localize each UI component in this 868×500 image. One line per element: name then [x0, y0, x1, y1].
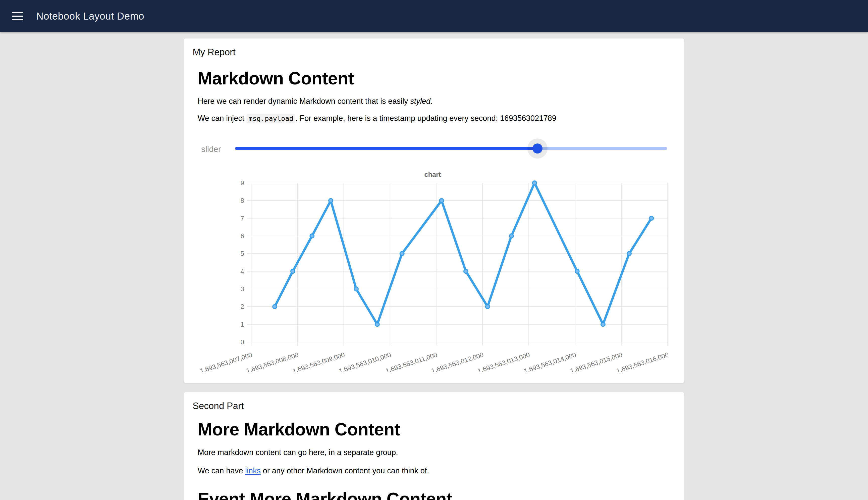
- group-label-second-part: Second Part: [193, 401, 244, 411]
- svg-text:1,693,563,012,000: 1,693,563,012,000: [430, 351, 485, 372]
- second-part-card: Second Part More Markdown Content More m…: [183, 392, 685, 500]
- svg-text:1,693,563,013,000: 1,693,563,013,000: [477, 351, 531, 372]
- second-paragraph-2-pre: We can have: [198, 466, 245, 475]
- app-bar: Notebook Layout Demo: [0, 0, 868, 32]
- svg-text:1,693,563,015,000: 1,693,563,015,000: [569, 351, 623, 372]
- paragraph-1-text: Here we can render dynamic Markdown cont…: [198, 97, 410, 105]
- slider-fill: [235, 147, 537, 150]
- svg-text:1,693,563,016,000: 1,693,563,016,000: [615, 351, 668, 372]
- report-card: My Report Markdown Content Here we can r…: [183, 38, 685, 383]
- paragraph-1-italic: styled: [410, 97, 430, 105]
- line-chart-canvas[interactable]: chart01234567891,693,563,007,0001,693,56…: [198, 166, 668, 372]
- slider-track[interactable]: [235, 147, 667, 150]
- svg-text:5: 5: [241, 250, 244, 257]
- paragraph-1-period: .: [430, 97, 433, 105]
- more-markdown-heading: More Markdown Content: [198, 421, 400, 438]
- svg-text:7: 7: [241, 215, 244, 222]
- even-more-markdown-heading: Event More Markdown Content: [198, 490, 452, 500]
- svg-text:0: 0: [241, 338, 244, 346]
- svg-text:4: 4: [241, 268, 244, 275]
- second-paragraph-1: More markdown content can go here, in a …: [198, 448, 398, 457]
- slider-label: slider: [201, 145, 221, 154]
- svg-text:6: 6: [241, 232, 244, 240]
- timestamp-value: 1693563021789: [500, 114, 556, 123]
- svg-text:9: 9: [241, 179, 244, 187]
- svg-text:2: 2: [241, 303, 244, 310]
- app-title: Notebook Layout Demo: [36, 11, 144, 22]
- markdown-paragraph-2: We can inject msg.payload. For example, …: [198, 114, 556, 123]
- second-paragraph-2: We can have links or any other Markdown …: [198, 466, 429, 475]
- markdown-heading: Markdown Content: [198, 70, 354, 87]
- paragraph-2-mid: . For example, here is a timestamp updat…: [296, 114, 500, 123]
- svg-text:1,693,563,010,000: 1,693,563,010,000: [338, 351, 392, 372]
- svg-text:1,693,563,009,000: 1,693,563,009,000: [292, 351, 346, 372]
- svg-text:1,693,563,011,000: 1,693,563,011,000: [384, 351, 438, 372]
- inline-code-msg-payload: msg.payload: [246, 114, 296, 123]
- svg-text:1,693,563,007,000: 1,693,563,007,000: [199, 351, 253, 372]
- markdown-paragraph-1: Here we can render dynamic Markdown cont…: [198, 97, 433, 106]
- svg-text:1,693,563,008,000: 1,693,563,008,000: [245, 351, 300, 372]
- slider-thumb[interactable]: [532, 144, 543, 154]
- svg-text:3: 3: [241, 285, 244, 293]
- second-paragraph-2-post: or any other Markdown content you can th…: [261, 466, 429, 475]
- svg-text:chart: chart: [424, 171, 441, 178]
- group-label-my-report: My Report: [193, 47, 235, 58]
- svg-text:1,693,563,014,000: 1,693,563,014,000: [523, 351, 577, 372]
- hamburger-menu-icon[interactable]: [12, 12, 23, 20]
- paragraph-2-text: We can inject: [198, 114, 246, 123]
- svg-text:8: 8: [241, 197, 244, 204]
- svg-text:1: 1: [241, 321, 244, 328]
- slider-widget: slider: [193, 138, 676, 159]
- links-hyperlink[interactable]: links: [245, 466, 261, 475]
